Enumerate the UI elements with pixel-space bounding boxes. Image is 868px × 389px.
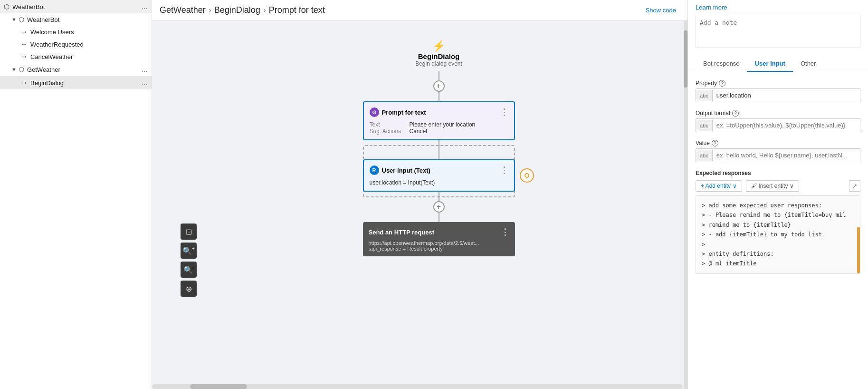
sidebar-label-get-weather: GetWeather	[27, 66, 60, 73]
breadcrumb-sep-2: ›	[263, 5, 266, 15]
begin-dialog-node: ⚡ BeginDialog Begin dialog event	[415, 40, 462, 67]
code-line-2: > - Please remind me to {itemTitle=buy m…	[702, 210, 854, 220]
property-field-group: Property ? abc	[696, 80, 860, 102]
breadcrumb-sep-1: ›	[209, 5, 211, 15]
prompt-dots[interactable]: ⋮	[500, 107, 508, 117]
right-panel: Learn more Bot response User input Other…	[687, 0, 868, 389]
code-area-scrollbar[interactable]	[857, 227, 860, 273]
fit-screen-button[interactable]: ⊡	[181, 224, 197, 240]
chevron-down-icon: ▼	[11, 17, 17, 22]
tab-user-input[interactable]: User input	[747, 56, 793, 72]
begin-dialog-label: ⚡ BeginDialog Begin dialog event	[415, 40, 462, 67]
add-entity-button[interactable]: + Add entity ∨	[696, 180, 742, 192]
prompt-sug-row: Sug. Actions Cancel	[370, 128, 508, 135]
property-help-icon[interactable]: ?	[719, 80, 725, 87]
add-node-button-1[interactable]: +	[433, 80, 445, 92]
prompt-text-label: Text	[370, 121, 408, 128]
tab-bot-response[interactable]: Bot response	[696, 56, 747, 72]
sidebar-begin-dialog-dots[interactable]: ...	[142, 78, 148, 87]
zoom-in-button[interactable]: 🔍+	[181, 243, 197, 259]
output-format-type-badge: abc	[696, 120, 713, 131]
canvas-vertical-scrollbar[interactable]	[684, 21, 687, 389]
canvas-hscroll-thumb[interactable]	[190, 384, 247, 389]
property-label: Property ?	[696, 80, 860, 87]
connector-line-6	[439, 213, 439, 222]
prompt-icon: ⊙	[370, 107, 379, 117]
canvas-inner: ⚡ BeginDialog Begin dialog event + ⊙ Pro…	[152, 21, 687, 354]
code-line-4: > - add {itemTitle} to my todo list	[702, 230, 854, 239]
location-button[interactable]: ⊕	[181, 281, 197, 297]
zoom-out-button[interactable]: 🔍-	[181, 262, 197, 278]
add-entity-row: + Add entity ∨ 🖋 Insert entity ∨ ↗	[696, 180, 860, 192]
http-header: Send an HTTP request ⋮	[369, 227, 509, 237]
begin-dialog-title: BeginDialog	[418, 52, 460, 60]
begin-dialog-icon: ⚡	[432, 40, 445, 52]
bot-icon-2: ⬡	[19, 16, 24, 23]
http-url: https://api.openweathermap.org/data/2.5/…	[369, 240, 479, 246]
breadcrumb-part-1: GetWeather	[160, 5, 206, 15]
canvas-horizontal-scrollbar[interactable]	[152, 384, 683, 389]
connector-line-2	[439, 92, 439, 101]
begin-dialog-subtitle: Begin dialog event	[415, 60, 462, 67]
http-request-card[interactable]: Send an HTTP request ⋮ https://api.openw…	[363, 222, 515, 256]
property-type-badge: abc	[696, 90, 713, 101]
user-input-dots[interactable]: ⋮	[500, 165, 508, 175]
prompt-text-value: Please enter your location	[410, 121, 476, 128]
breadcrumb-part-3: Prompt for text	[269, 5, 325, 15]
sidebar-label-cancel-weather: CancelWeather	[30, 53, 73, 60]
value-input[interactable]	[713, 149, 860, 162]
output-format-input-row: abc	[696, 118, 860, 132]
breadcrumb: GetWeather › BeginDialog › Prompt for te…	[160, 5, 639, 15]
canvas-tools: ⊡ 🔍+ 🔍- ⊕	[181, 224, 197, 297]
sidebar-item-get-weather[interactable]: ▼ ⬡ GetWeather ...	[0, 63, 152, 76]
output-format-input[interactable]	[713, 119, 860, 132]
tab-other[interactable]: Other	[793, 56, 824, 72]
sidebar-root-dots[interactable]: ...	[142, 2, 148, 11]
sidebar-item-begin-dialog[interactable]: ↔ BeginDialog ...	[0, 76, 152, 89]
value-input-row: abc	[696, 148, 860, 162]
output-format-help-icon[interactable]: ?	[732, 110, 739, 117]
add-entity-label: + Add entity	[701, 183, 731, 189]
property-input[interactable]	[713, 89, 860, 102]
sidebar-root-label: WeatherBot	[12, 3, 45, 10]
flow-icon-1: ↔	[21, 28, 28, 36]
user-input-header: R User input (Text) ⋮	[370, 165, 508, 175]
bot-icon: ⬡	[4, 3, 10, 10]
sidebar-root[interactable]: ⬡ WeatherBot ...	[0, 0, 152, 13]
code-line-6: > entity definitions:	[702, 249, 854, 259]
user-input-icon: R	[370, 165, 379, 175]
learn-more-link[interactable]: Learn more	[696, 4, 860, 11]
sidebar-label-begin-dialog: BeginDialog	[30, 79, 64, 87]
http-result: .api_response = Result property	[369, 246, 443, 252]
http-url-row: https://api.openweathermap.org/data/2.5/…	[369, 240, 509, 246]
http-title: Send an HTTP request	[369, 229, 434, 236]
sidebar-item-welcome-users[interactable]: ↔ Welcome Users	[0, 26, 152, 38]
sidebar: ⬡ WeatherBot ... ▼ ⬡ WeatherBot ↔ Welcom…	[0, 0, 152, 389]
toolbar: GetWeather › BeginDialog › Prompt for te…	[152, 0, 687, 21]
insert-entity-button[interactable]: 🖋 Insert entity ∨	[746, 180, 799, 192]
canvas-scrollbar-thumb[interactable]	[684, 30, 687, 88]
main-area: GetWeather › BeginDialog › Prompt for te…	[152, 0, 687, 389]
sidebar-item-cancel-weather[interactable]: ↔ CancelWeather	[0, 50, 152, 63]
sidebar-item-weather-requested[interactable]: ↔ WeatherRequested	[0, 38, 152, 50]
prompt-for-text-card[interactable]: ⊙ Prompt for text ⋮ Text Please enter yo…	[363, 101, 515, 140]
http-dots[interactable]: ⋮	[501, 227, 509, 237]
sidebar-label-weather-requested: WeatherRequested	[30, 41, 84, 48]
flow-icon-2: ↔	[21, 40, 28, 48]
value-help-icon[interactable]: ?	[712, 140, 718, 146]
orange-circle-inner	[525, 173, 529, 178]
note-textarea[interactable]	[696, 15, 860, 48]
show-code-button[interactable]: Show code	[642, 5, 680, 16]
sidebar-item-weatherbot-parent[interactable]: ▼ ⬡ WeatherBot	[0, 13, 152, 26]
add-node-button-2[interactable]: +	[433, 201, 445, 213]
output-format-label: Output format ?	[696, 110, 860, 117]
flow-container: ⚡ BeginDialog Begin dialog event + ⊙ Pro…	[219, 40, 659, 256]
user-input-card[interactable]: R User input (Text) ⋮ user.location = In…	[363, 159, 515, 192]
orange-circle[interactable]	[520, 168, 534, 183]
open-external-button[interactable]: ↗	[849, 180, 860, 192]
flow-icon-3: ↔	[21, 53, 28, 60]
output-format-field-group: Output format ? abc	[696, 110, 860, 132]
canvas[interactable]: ⚡ BeginDialog Begin dialog event + ⊙ Pro…	[152, 21, 687, 389]
sidebar-get-weather-dots[interactable]: ...	[142, 65, 148, 74]
value-type-badge: abc	[696, 150, 713, 161]
